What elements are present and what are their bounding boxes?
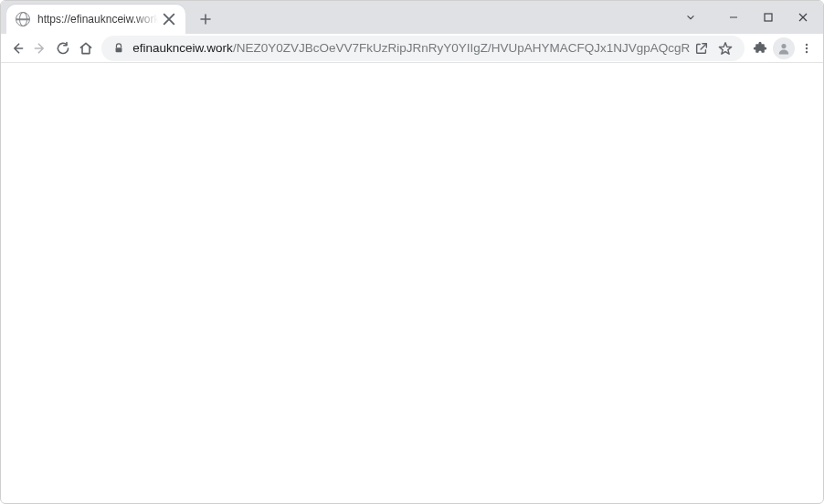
svg-rect-1 [116, 47, 122, 52]
puzzle-icon [753, 41, 767, 56]
close-icon [798, 12, 808, 23]
menu-button[interactable] [797, 36, 818, 61]
new-tab-button[interactable] [193, 6, 218, 32]
url-path: /NEZ0Y0ZVJBcOeVV7FkUzRipJRnRyY0YIIgZ/HVU… [233, 41, 690, 55]
profile-button[interactable] [773, 36, 795, 61]
svg-rect-0 [765, 14, 772, 21]
maximize-button[interactable] [752, 5, 785, 30]
tab-strip: https://efinauknceiw.work/NEZ0Y0ZVJBcOeV… [1, 1, 823, 34]
avatar [773, 37, 795, 59]
close-icon [162, 12, 176, 26]
tab-search-button[interactable] [677, 5, 704, 30]
star-icon [718, 41, 733, 56]
share-icon [694, 41, 709, 56]
window-close-button[interactable] [787, 5, 819, 30]
kebab-icon [800, 42, 813, 55]
toolbar: efinauknceiw.work/NEZ0Y0ZVJBcOeVV7FkUzRi… [1, 34, 823, 63]
page-content [2, 63, 822, 502]
close-tab-button[interactable] [162, 12, 176, 26]
svg-point-3 [806, 43, 808, 45]
reload-button[interactable] [52, 36, 73, 61]
lock-icon [112, 43, 125, 54]
reload-icon [56, 41, 70, 56]
tab-title: https://efinauknceiw.work/NEZ0Y0ZVJBcOeV… [37, 13, 158, 26]
svg-point-5 [806, 50, 808, 52]
arrow-left-icon [10, 41, 25, 56]
chevron-down-icon [685, 12, 696, 23]
window-controls [677, 1, 819, 34]
minimize-button[interactable] [717, 5, 750, 30]
person-icon [776, 41, 791, 56]
globe-icon [16, 12, 30, 26]
address-bar[interactable]: efinauknceiw.work/NEZ0Y0ZVJBcOeVV7FkUzRi… [101, 36, 745, 61]
browser-tab[interactable]: https://efinauknceiw.work/NEZ0Y0ZVJBcOeV… [6, 5, 185, 34]
forward-button[interactable] [29, 36, 50, 61]
plus-icon [199, 13, 212, 26]
svg-point-4 [806, 47, 808, 48]
back-button[interactable] [6, 36, 27, 61]
maximize-icon [763, 12, 774, 23]
home-button[interactable] [75, 36, 96, 61]
arrow-right-icon [33, 41, 48, 56]
bookmark-button[interactable] [713, 37, 737, 60]
svg-point-2 [781, 44, 786, 48]
share-button[interactable] [690, 37, 713, 60]
url-text: efinauknceiw.work/NEZ0Y0ZVJBcOeVV7FkUzRi… [132, 41, 690, 55]
url-host: efinauknceiw.work [132, 41, 233, 55]
extensions-button[interactable] [750, 36, 771, 61]
home-icon [79, 41, 93, 56]
minimize-icon [728, 12, 739, 23]
